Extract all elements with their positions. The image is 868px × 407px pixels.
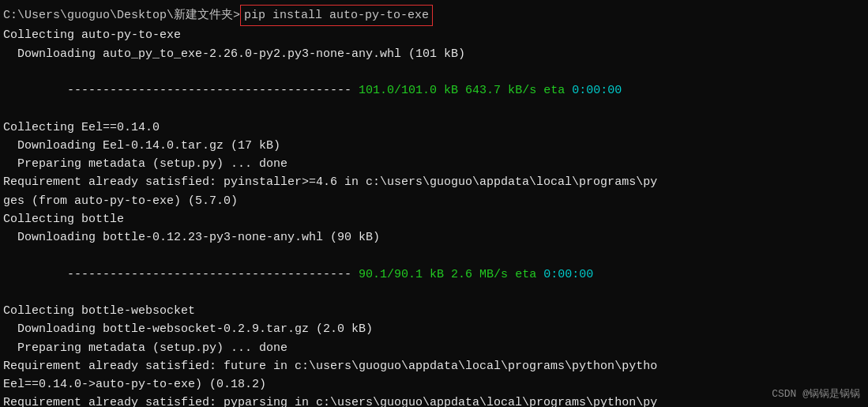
command-line: C:\Users\guoguo\Desktop\新建文件夹> pip insta… — [3, 5, 865, 26]
output-line-9: Collecting bottle — [3, 210, 865, 228]
output-line-13: Downloading bottle-websocket-0.2.9.tar.g… — [3, 320, 865, 338]
output-line-1: Collecting auto-py-to-exe — [3, 26, 865, 44]
output-line-3: ----------------------------------------… — [3, 63, 865, 119]
output-line-2: Downloading auto_py_to_exe-2.26.0-py2.py… — [3, 45, 865, 63]
output-line-16: Eel==0.14.0->auto-py-to-exe) (0.18.2) — [3, 375, 865, 394]
progress-stats-1: 101.0/101.0 kB 643.7 kB/s eta — [359, 84, 572, 97]
progress-eta-1: 0:00:00 — [572, 84, 622, 97]
output-line-12: Collecting bottle-websocket — [3, 302, 865, 320]
output-line-7: Requirement already satisfied: pyinstall… — [3, 173, 865, 191]
prompt-text: C:\Users\guoguo\Desktop\新建文件夹> — [3, 6, 240, 24]
output-line-5: Downloading Eel-0.14.0.tar.gz (17 kB) — [3, 137, 865, 155]
output-line-8: ges (from auto-py-to-exe) (5.7.0) — [3, 192, 865, 210]
output-line-4: Collecting Eel==0.14.0 — [3, 119, 865, 137]
command-box: pip install auto-py-to-exe — [240, 5, 433, 26]
output-line-10: Downloading bottle-0.12.23-py3-none-any.… — [3, 228, 865, 247]
output-line-6: Preparing metadata (setup.py) ... done — [3, 155, 865, 173]
progress-bar-1: ---------------------------------------- — [32, 84, 359, 97]
output-line-11: ----------------------------------------… — [3, 247, 865, 302]
output-line-15: Requirement already satisfied: future in… — [3, 357, 865, 375]
output-line-14: Preparing metadata (setup.py) ... done — [3, 339, 865, 357]
progress-eta-2: 0:00:00 — [543, 268, 593, 281]
terminal-window: C:\Users\guoguo\Desktop\新建文件夹> pip insta… — [0, 0, 868, 407]
progress-stats-2: 90.1/90.1 kB 2.6 MB/s eta — [359, 268, 543, 281]
progress-bar-2: ---------------------------------------- — [32, 268, 359, 281]
output-line-17: Requirement already satisfied: pyparsing… — [3, 394, 865, 407]
watermark: CSDN @锅锅是锅锅 — [772, 386, 860, 401]
